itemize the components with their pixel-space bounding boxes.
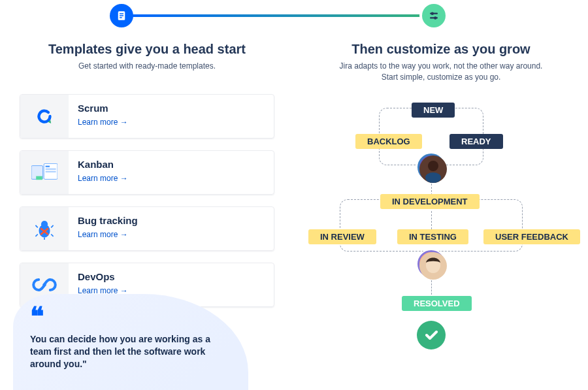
kanban-icon: [20, 151, 69, 194]
svg-rect-1: [120, 13, 123, 14]
template-title: Scrum: [78, 103, 128, 114]
templates-heading: Templates give you a head start: [20, 42, 274, 57]
learn-more-link[interactable]: Learn more →: [78, 174, 128, 183]
progress-line: [132, 14, 423, 17]
customize-subtitle: Jira adapts to the way you work, not the…: [314, 61, 568, 83]
status-user-feedback: USER FEEDBACK: [483, 229, 580, 244]
svg-point-18: [425, 172, 441, 183]
template-card-bug[interactable]: Bug tracking Learn more →: [20, 206, 274, 251]
template-title: Kanban: [78, 159, 128, 170]
template-title: DevOps: [78, 271, 128, 282]
status-backlog: BACKLOG: [355, 134, 422, 149]
quote-text: You can decide how you are working as a …: [30, 333, 231, 370]
template-card-scrum[interactable]: Scrum Learn more →: [20, 94, 274, 138]
customize-column: Then customize as you grow Jira adapts t…: [294, 39, 588, 390]
status-new: NEW: [412, 103, 455, 118]
svg-point-17: [428, 161, 438, 171]
connector: [431, 211, 432, 229]
templates-subtitle: Get started with ready-made templates.: [20, 61, 274, 72]
quote-card: ❝ You can decide how you are working as …: [13, 294, 248, 390]
customize-heading: Then customize as you grow: [314, 42, 568, 57]
learn-more-link[interactable]: Learn more →: [78, 118, 128, 127]
svg-point-6: [431, 12, 434, 15]
learn-more-link[interactable]: Learn more →: [78, 230, 138, 239]
quote-icon: ❝: [30, 308, 231, 324]
template-title: Bug tracking: [78, 215, 138, 226]
svg-point-7: [434, 16, 437, 20]
connector: [431, 280, 432, 295]
template-card-kanban[interactable]: Kanban Learn more →: [20, 150, 274, 195]
avatar: [417, 154, 445, 181]
svg-rect-11: [46, 168, 56, 169]
document-icon: [110, 4, 133, 27]
check-icon: [417, 321, 446, 349]
bug-icon: [20, 207, 69, 250]
svg-rect-12: [46, 171, 56, 172]
svg-rect-10: [46, 165, 50, 167]
status-in-review: IN REVIEW: [308, 229, 376, 244]
progress-indicator: [110, 12, 446, 20]
svg-rect-2: [120, 15, 123, 16]
svg-rect-13: [36, 176, 42, 180]
avatar: [417, 250, 445, 278]
svg-point-15: [41, 221, 48, 227]
svg-rect-3: [120, 17, 122, 18]
status-resolved: RESOLVED: [402, 296, 472, 311]
connector: [431, 184, 432, 195]
status-ready: READY: [449, 134, 503, 149]
workflow-diagram: NEW BACKLOG READY IN DEVELOPMENT IN REVI…: [314, 101, 568, 363]
scrum-icon: [20, 95, 69, 138]
customize-icon: [422, 4, 446, 27]
status-in-development: IN DEVELOPMENT: [380, 194, 480, 209]
status-in-testing: IN TESTING: [397, 229, 468, 244]
